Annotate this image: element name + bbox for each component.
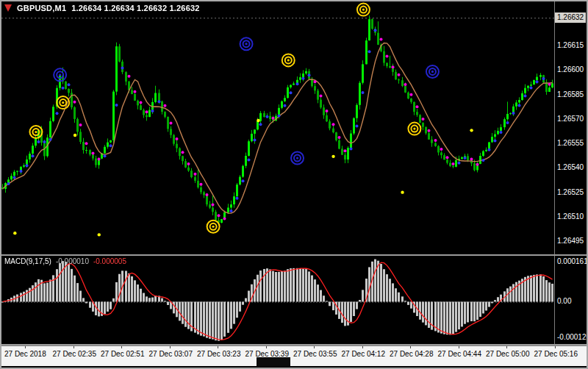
price-grid-label: 1.26555 <box>557 139 584 147</box>
macd-panel[interactable] <box>1 256 554 344</box>
time-tick <box>555 346 556 348</box>
time-tick <box>362 346 363 348</box>
bid-price-box: 1.26632 <box>555 12 586 23</box>
time-label: 27 Dec 04:12 <box>342 350 386 358</box>
macd-chart-canvas[interactable] <box>1 256 554 344</box>
time-tick <box>459 346 459 348</box>
chart-title: GBPUSD,M1 1.26634 1.26634 1.26632 1.2663… <box>4 4 200 12</box>
macd-indicator-label: MACD(9,17,5) -0.000010 -0.000005 <box>4 257 126 265</box>
time-axis[interactable]: 27 Dec 201827 Dec 02:3527 Dec 02:5127 De… <box>1 345 587 366</box>
time-label: 27 Dec 04:44 <box>438 350 482 358</box>
time-tick <box>121 346 122 348</box>
time-label: 27 Dec 03:07 <box>149 350 193 358</box>
macd-name-label: MACD(9,17,5) <box>4 257 51 265</box>
macd-zero-label: 0.00 <box>557 297 571 305</box>
price-grid-label: 1.26495 <box>557 237 584 245</box>
h-scrollbar-thumb[interactable] <box>257 357 290 366</box>
time-label: 27 Dec 04:28 <box>390 350 434 358</box>
time-label: 27 Dec 03:23 <box>197 350 241 358</box>
time-label: 27 Dec 02:51 <box>101 350 145 358</box>
time-label: 27 Dec 03:55 <box>293 350 337 358</box>
time-tick <box>218 346 218 348</box>
macd-axis[interactable]: 0.000161 0.00 -0.000126 <box>554 256 585 344</box>
price-axis[interactable]: 1.26632 1.266151.266001.265851.265701.26… <box>554 1 585 254</box>
price-grid-label: 1.26525 <box>557 188 584 196</box>
time-tick <box>25 346 26 348</box>
macd-signal-value: -0.000005 <box>93 257 126 265</box>
macd-max-label: 0.000161 <box>557 257 588 265</box>
time-label: 27 Dec 02:35 <box>53 350 97 358</box>
price-grid-label: 1.26570 <box>557 115 584 123</box>
price-grid-label: 1.26510 <box>557 212 584 221</box>
price-grid-label: 1.26615 <box>557 41 584 49</box>
time-tick <box>170 346 171 348</box>
panel-separator-1[interactable] <box>1 254 587 256</box>
time-label: 27 Dec 05:00 <box>486 350 530 358</box>
price-chart-canvas[interactable] <box>1 1 554 254</box>
price-grid-label: 1.26600 <box>557 65 584 74</box>
price-chart-area[interactable] <box>1 1 554 254</box>
ohlc-label: 1.26634 1.26634 1.26632 1.26632 <box>71 4 199 12</box>
time-tick <box>74 346 74 348</box>
macd-min-label: -0.000126 <box>557 333 588 341</box>
symbol-label: GBPUSD,M1 <box>17 4 66 12</box>
price-grid-label: 1.26585 <box>557 90 584 98</box>
macd-main-value: -0.000010 <box>56 257 89 265</box>
price-grid-label: 1.26540 <box>557 163 584 171</box>
chart-window: GBPUSD,M1 1.26634 1.26634 1.26632 1.2663… <box>0 0 588 369</box>
time-tick <box>266 346 267 348</box>
time-tick <box>314 346 315 348</box>
symbol-marker-icon <box>4 4 12 12</box>
time-tick <box>506 346 507 348</box>
time-label: 27 Dec 2018 <box>4 350 46 358</box>
time-tick <box>410 346 411 348</box>
time-label: 27 Dec 03:39 <box>245 350 290 358</box>
time-label: 27 Dec 05:16 <box>534 350 578 358</box>
